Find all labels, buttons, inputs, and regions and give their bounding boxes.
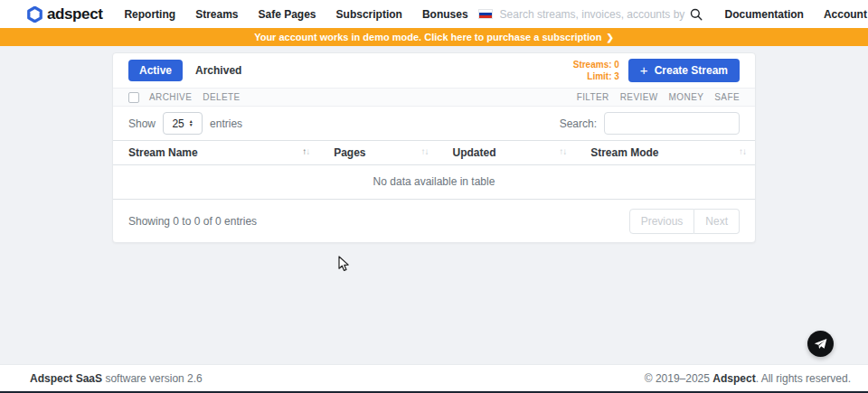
create-stream-button[interactable]: + Create Stream xyxy=(628,59,740,82)
column-header-stream-mode[interactable]: ↑↓ Stream Mode xyxy=(575,141,755,165)
table-footer: Showing 0 to 0 of 0 entries Previous Nex… xyxy=(113,200,755,242)
table-search-label: Search: xyxy=(560,117,597,130)
chevron-right-icon: ❯ xyxy=(606,33,613,42)
streams-card-header: Active Archived Streams: 0 Limit: 3 + Cr… xyxy=(113,53,755,88)
filter-action-label[interactable]: FILTER xyxy=(577,92,609,102)
streams-count: Streams: 0 xyxy=(573,59,619,70)
table-search-control: Search: xyxy=(560,112,740,135)
sort-icon: ↑↓ xyxy=(559,146,566,156)
telegram-button[interactable] xyxy=(807,331,834,357)
no-data-message: No data available in table xyxy=(113,165,755,200)
brand-name: adspect xyxy=(47,5,102,23)
adspect-logo[interactable]: adspect xyxy=(27,5,102,23)
navbar-right-group: Documentation Account Sign Out xyxy=(478,8,868,21)
footer-version: Adspect SaaS software version 2.6 xyxy=(30,372,203,385)
create-stream-label: Create Stream xyxy=(655,64,728,77)
demo-mode-banner-text: Your account works in demo mode. Click h… xyxy=(254,32,601,42)
footer-copyright: © 2019–2025 Adspect. All rights reserved… xyxy=(645,372,851,385)
nav-item-bonuses[interactable]: Bonuses xyxy=(412,8,478,21)
plus-icon: + xyxy=(640,63,648,77)
top-navbar: adspect Reporting Streams Safe Pages Sub… xyxy=(0,0,868,28)
select-arrows-icon: ▲ ▼ xyxy=(189,120,193,126)
sort-icon: ↑↓ xyxy=(421,146,429,156)
sort-icon: ↑↓ xyxy=(302,146,309,156)
page-size-select[interactable]: 25 ▲ ▼ xyxy=(163,112,203,135)
nav-item-documentation[interactable]: Documentation xyxy=(715,8,814,21)
global-search-input[interactable] xyxy=(500,8,686,21)
search-icon[interactable] xyxy=(690,8,703,21)
show-label: Show xyxy=(128,117,156,130)
streams-card: Active Archived Streams: 0 Limit: 3 + Cr… xyxy=(112,52,756,243)
nav-item-account[interactable]: Account xyxy=(814,8,868,21)
adspect-app: adspect Reporting Streams Safe Pages Sub… xyxy=(0,0,868,393)
nav-item-reporting[interactable]: Reporting xyxy=(114,8,185,21)
bulk-actions-toolbar: ARCHIVE DELETE FILTER REVIEW MONEY SAFE xyxy=(113,88,755,107)
entries-info: Showing 0 to 0 of 0 entries xyxy=(128,215,257,228)
next-page-button[interactable]: Next xyxy=(694,209,740,234)
nav-item-subscription[interactable]: Subscription xyxy=(326,8,412,21)
streams-table-header-row: ↑↓ Stream Name ↑↓ Pages ↑↓ Updated ↑↓ St… xyxy=(113,141,755,165)
select-all-checkbox[interactable] xyxy=(128,92,139,103)
stream-quota: Streams: 0 Limit: 3 xyxy=(573,59,619,82)
bulk-archive-button[interactable]: ARCHIVE xyxy=(149,92,192,102)
table-controls: Show 25 ▲ ▼ entries Search: xyxy=(113,107,755,140)
tab-archived-streams[interactable]: Archived xyxy=(195,64,241,77)
adspect-hexagon-icon xyxy=(27,6,42,23)
language-flag-icon[interactable] xyxy=(478,9,493,19)
page-size-value: 25 xyxy=(172,117,184,130)
page-footer: Adspect SaaS software version 2.6 © 2019… xyxy=(0,364,868,391)
entries-label: entries xyxy=(210,117,242,130)
telegram-plane-icon xyxy=(814,338,827,350)
safe-action-label[interactable]: SAFE xyxy=(714,92,740,102)
column-header-pages[interactable]: ↑↓ Pages xyxy=(318,141,437,165)
page-length-control: Show 25 ▲ ▼ entries xyxy=(128,112,242,135)
empty-table-row: No data available in table xyxy=(113,165,755,200)
mouse-cursor xyxy=(338,256,350,276)
demo-mode-banner[interactable]: Your account works in demo mode. Click h… xyxy=(0,28,868,46)
sort-icon: ↑↓ xyxy=(739,146,746,156)
nav-item-streams[interactable]: Streams xyxy=(185,8,248,21)
column-header-stream-name[interactable]: ↑↓ Stream Name xyxy=(113,141,318,165)
review-action-label[interactable]: REVIEW xyxy=(620,92,658,102)
streams-table: ↑↓ Stream Name ↑↓ Pages ↑↓ Updated ↑↓ St… xyxy=(113,140,755,200)
bulk-delete-button[interactable]: DELETE xyxy=(203,92,240,102)
nav-item-safe-pages[interactable]: Safe Pages xyxy=(249,8,326,21)
tab-active-streams[interactable]: Active xyxy=(128,60,183,81)
table-search-input[interactable] xyxy=(604,112,740,135)
previous-page-button[interactable]: Previous xyxy=(629,209,695,234)
column-header-updated[interactable]: ↑↓ Updated xyxy=(438,141,576,165)
row-actions-group: FILTER REVIEW MONEY SAFE xyxy=(566,92,740,102)
streams-limit: Limit: 3 xyxy=(573,70,619,82)
money-action-label[interactable]: MONEY xyxy=(669,92,704,102)
pagination: Previous Next xyxy=(629,209,740,234)
